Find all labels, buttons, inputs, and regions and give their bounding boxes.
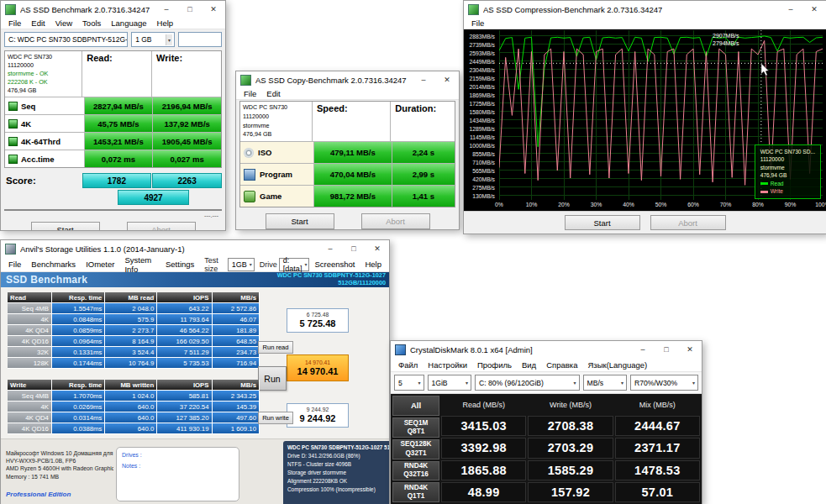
menu-screenshot[interactable]: Screenshot bbox=[309, 259, 360, 270]
y-axis-tick: 855MB/s bbox=[472, 151, 495, 157]
maximize-icon[interactable]: □ bbox=[342, 240, 366, 257]
test-size-select[interactable]: 1GB▾ bbox=[228, 258, 255, 271]
menu-help[interactable]: Help bbox=[360, 259, 387, 270]
maximize-icon[interactable]: □ bbox=[655, 341, 678, 358]
chevron-down-icon: ▾ bbox=[304, 261, 307, 267]
menu-file[interactable]: File bbox=[466, 18, 489, 29]
units-value: MB/s bbox=[587, 379, 604, 387]
close-icon[interactable]: ✕ bbox=[678, 341, 702, 358]
close-icon[interactable]: ✕ bbox=[802, 1, 826, 18]
mix-ratio-select[interactable]: R70%/W30%▾ bbox=[630, 375, 698, 391]
drive-driver: Storage driver stormvme bbox=[287, 469, 390, 477]
menu-help[interactable]: Help bbox=[152, 18, 179, 29]
x-axis-tick: 30% bbox=[591, 202, 602, 207]
menu-iometer[interactable]: IOmeter bbox=[81, 259, 119, 270]
all-tests-button[interactable]: All bbox=[392, 396, 439, 416]
table-row: 3415.03 2708.38 2444.67 bbox=[441, 416, 700, 436]
x-axis-tick: 50% bbox=[655, 202, 667, 207]
close-icon[interactable]: ✕ bbox=[435, 71, 459, 88]
window-controls: – □ ✕ bbox=[155, 1, 225, 18]
titlebar[interactable]: AS SSD Compression-Benchmark 2.0.7316.34… bbox=[464, 1, 826, 18]
start-button[interactable]: Start bbox=[31, 222, 100, 231]
menu-tools[interactable]: Tools bbox=[77, 18, 106, 29]
chevron-down-icon: ▾ bbox=[692, 380, 695, 386]
rnd4k-q32t16-button[interactable]: RND4K Q32T16 bbox=[392, 461, 439, 481]
seq1m-write-value: 2708.38 bbox=[528, 416, 613, 436]
tooltip-write-value: 2794MB/s bbox=[713, 39, 739, 47]
y-axis-tick: 2739MB/s bbox=[469, 42, 495, 48]
score-label: Score: bbox=[4, 176, 82, 186]
titlebar[interactable]: AS SSD Copy-Benchmark 2.0.7316.34247 – ✕ bbox=[236, 71, 459, 88]
iops-value: 11 793.64 bbox=[157, 314, 212, 325]
x-axis-tick: 20% bbox=[558, 202, 570, 207]
page-title: SSD Benchmark bbox=[1, 274, 87, 286]
minimize-icon[interactable]: – bbox=[779, 1, 802, 18]
total-score-small: 14 970.41 bbox=[305, 360, 330, 366]
drive-model: WDC PC SN730 SDBPNTY-512G-1027 51... bbox=[287, 444, 390, 452]
x-axis-labels: 0%10%20%30%40%50%60%70%80%90%100% bbox=[499, 201, 823, 211]
start-button[interactable]: Start bbox=[266, 213, 334, 229]
abort-button[interactable]: Abort bbox=[127, 222, 196, 231]
minimize-icon[interactable]: – bbox=[631, 341, 655, 358]
menu-file[interactable]: File bbox=[3, 259, 26, 270]
menu-edit[interactable]: Edit bbox=[26, 18, 50, 29]
target-drive-select[interactable]: C: 80% (96/120GiB)▾ bbox=[475, 375, 579, 391]
menu-settings[interactable]: Settings bbox=[160, 259, 199, 270]
progress-bar bbox=[4, 209, 222, 211]
menu-file[interactable]: Файл bbox=[393, 360, 423, 370]
test-name: RND4K bbox=[404, 462, 428, 470]
menu-language[interactable]: Language bbox=[106, 18, 151, 29]
run-button[interactable]: Run bbox=[258, 366, 287, 391]
titlebar[interactable]: Anvil's Storage Utilities 1.1.0 (2014-Ja… bbox=[1, 240, 389, 257]
run-read-button[interactable]: Run read bbox=[258, 341, 293, 354]
col-header: Resp. time bbox=[52, 292, 106, 303]
mbs-value: 2 343.25 bbox=[213, 391, 260, 402]
menu-language[interactable]: Язык(Language) bbox=[582, 360, 652, 370]
drives-notes-box[interactable]: Drives : Notes : bbox=[116, 447, 239, 501]
minimize-icon[interactable]: – bbox=[318, 240, 342, 257]
resp-time-value: 1.5547ms bbox=[52, 303, 106, 314]
units-select[interactable]: MB/s▾ bbox=[583, 375, 628, 391]
menubar: File bbox=[464, 18, 826, 29]
menu-file[interactable]: File bbox=[239, 88, 261, 99]
window-title: AS SSD Benchmark 2.0.7316.34247 bbox=[20, 5, 150, 14]
drive-select[interactable]: d: [data]▾ bbox=[279, 258, 310, 271]
legend-device: WDC PC SN730 SD... bbox=[760, 148, 815, 156]
test-count-select[interactable]: 5▾ bbox=[394, 375, 424, 391]
start-button[interactable]: Start bbox=[565, 215, 640, 230]
drive-model: WDC PC SN730 bbox=[8, 53, 79, 61]
titlebar[interactable]: AS SSD Benchmark 2.0.7316.34247 – □ ✕ bbox=[1, 1, 225, 18]
test-size-select[interactable]: 1GiB▾ bbox=[428, 375, 472, 391]
close-icon[interactable]: ✕ bbox=[366, 240, 389, 257]
test-size-select[interactable]: 1 GB ▾ bbox=[131, 32, 175, 47]
menu-file[interactable]: File bbox=[3, 18, 26, 29]
menu-view[interactable]: Вид bbox=[517, 360, 541, 370]
minimize-icon[interactable]: – bbox=[155, 1, 178, 18]
col-header: Resp. time bbox=[52, 380, 106, 391]
menu-profile[interactable]: Профиль bbox=[472, 360, 517, 370]
abort-button[interactable]: Abort bbox=[361, 213, 430, 229]
drive-select[interactable]: C: WDC PC SN730 SDBPNTY-512G-102 ▾ bbox=[4, 32, 128, 47]
minimize-icon[interactable]: – bbox=[412, 71, 435, 88]
seq1m-q8t1-button[interactable]: SEQ1M Q8T1 bbox=[392, 417, 439, 438]
maximize-icon[interactable]: □ bbox=[178, 1, 202, 18]
rnd4k-q1t1-button[interactable]: RND4K Q1T1 bbox=[392, 482, 439, 502]
menu-view[interactable]: View bbox=[50, 18, 77, 29]
close-icon[interactable]: ✕ bbox=[202, 1, 225, 18]
run-write-button[interactable]: Run write bbox=[258, 412, 293, 424]
col-header: IOPS bbox=[157, 380, 212, 391]
menu-edit[interactable]: Edit bbox=[261, 88, 285, 99]
titlebar[interactable]: CrystalDiskMark 8.0.1 x64 [Admin] – □ ✕ bbox=[391, 341, 702, 358]
menu-system-info[interactable]: System Info bbox=[119, 255, 160, 275]
menu-help[interactable]: Справка bbox=[541, 360, 582, 370]
as-ssd-benchmark-window: AS SSD Benchmark 2.0.7316.34247 – □ ✕ Fi… bbox=[0, 0, 226, 231]
extra-field[interactable] bbox=[178, 32, 222, 47]
window-controls: – ✕ bbox=[412, 71, 459, 88]
mix-ratio-value: R70%/W30% bbox=[634, 379, 677, 387]
chevron-down-icon: ▾ bbox=[166, 34, 172, 45]
seq128k-q32t1-button[interactable]: SEQ128K Q32T1 bbox=[392, 439, 439, 459]
abort-button[interactable]: Abort bbox=[650, 215, 726, 230]
menu-settings[interactable]: Настройки bbox=[423, 360, 472, 370]
menu-benchmarks[interactable]: Benchmarks bbox=[26, 259, 81, 270]
rnd4k-q1-mix-value: 57.01 bbox=[615, 482, 700, 502]
